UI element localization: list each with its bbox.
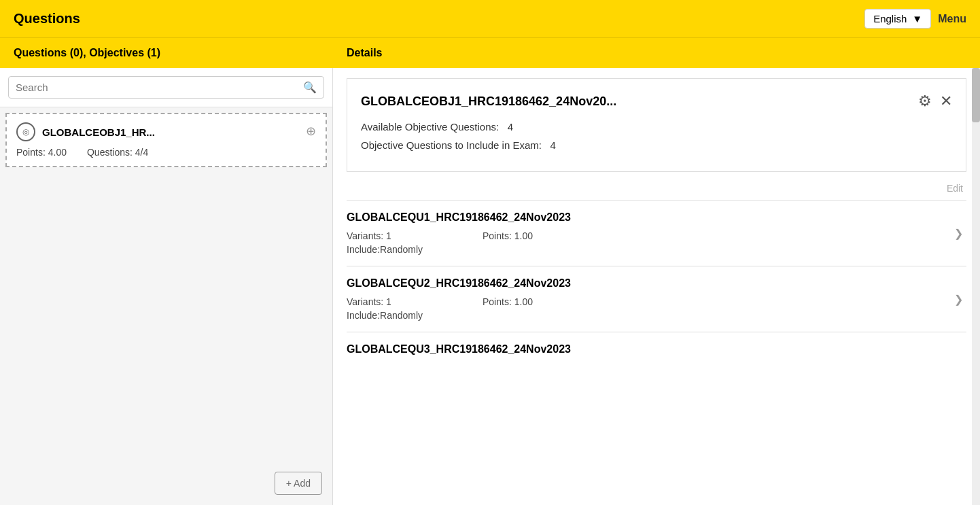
edit-button[interactable]: Edit <box>947 183 963 194</box>
chevron-right-icon-2[interactable]: ❯ <box>954 293 963 306</box>
available-objective-questions: Available Objective Questions: 4 <box>361 121 952 133</box>
question-include-2: Include: Randomly <box>347 310 966 321</box>
close-icon[interactable]: ✕ <box>940 92 952 110</box>
edit-link: Edit <box>347 182 966 194</box>
scrollbar-thumb <box>972 68 980 122</box>
chevron-down-icon: ▼ <box>912 13 922 24</box>
app-header: Questions English ▼ Menu <box>0 0 980 37</box>
search-input-wrapper: 🔍 <box>8 76 324 99</box>
search-input[interactable] <box>16 82 303 93</box>
points-col-2: Points: 1.00 <box>483 296 618 307</box>
drag-handle-icon[interactable]: ⊕ <box>306 124 316 139</box>
detail-card: GLOBALCEOBJ1_HRC19186462_24Nov20... ⚙ ✕ … <box>347 78 966 172</box>
question-item-2: GLOBALCEQU2_HRC19186462_24Nov2023 Varian… <box>347 266 966 332</box>
question-meta-2: Variants: 1 Points: 1.00 <box>347 296 966 307</box>
question-item-1: GLOBALCEQU1_HRC19186462_24Nov2023 Varian… <box>347 200 966 266</box>
questions-label: Questions: 4/4 <box>87 147 148 158</box>
question-title-3: GLOBALCEQU3_HRC19186462_24Nov2023 <box>347 343 966 355</box>
gear-icon[interactable]: ⚙ <box>918 92 932 110</box>
questions-section: Edit GLOBALCEQU1_HRC19186462_24Nov2023 V… <box>347 182 966 373</box>
detail-card-header: GLOBALCEOBJ1_HRC19186462_24Nov20... ⚙ ✕ <box>361 92 952 110</box>
points-col-1: Points: 1.00 <box>483 230 618 241</box>
language-label: English <box>873 13 907 24</box>
chevron-right-icon-1[interactable]: ❯ <box>954 227 963 240</box>
list-item-meta: Points: 4.00 Questions: 4/4 <box>16 147 316 158</box>
scrollbar[interactable] <box>972 68 980 505</box>
question-title-1: GLOBALCEQU1_HRC19186462_24Nov2023 <box>347 211 966 224</box>
sub-header-left-label: Questions (0), Objectives (1) <box>0 47 333 59</box>
question-meta-1: Variants: 1 Points: 1.00 <box>347 230 966 241</box>
left-panel: 🔍 ◎ GLOBALCEOBJ1_HR... ⊕ Points: 4.00 Qu… <box>0 68 333 505</box>
objective-icon: ◎ <box>16 122 35 141</box>
right-panel: GLOBALCEOBJ1_HRC19186462_24Nov20... ⚙ ✕ … <box>333 68 980 505</box>
question-include-1: Include: Randomly <box>347 244 966 255</box>
sub-header-right-label: Details <box>333 47 980 59</box>
list-item-header: ◎ GLOBALCEOBJ1_HR... <box>16 122 316 141</box>
variants-col-1: Variants: 1 <box>347 230 483 241</box>
menu-button[interactable]: Menu <box>938 13 966 25</box>
search-icon: 🔍 <box>303 81 317 94</box>
list-item-title: GLOBALCEOBJ1_HR... <box>42 126 155 138</box>
sub-header: Questions (0), Objectives (1) Details <box>0 37 980 68</box>
list-item[interactable]: ◎ GLOBALCEOBJ1_HR... ⊕ Points: 4.00 Ques… <box>5 113 327 167</box>
main-content: 🔍 ◎ GLOBALCEOBJ1_HR... ⊕ Points: 4.00 Qu… <box>0 68 980 505</box>
points-label: Points: 4.00 <box>16 147 67 158</box>
app-title: Questions <box>14 11 80 27</box>
detail-card-actions: ⚙ ✕ <box>918 92 952 110</box>
question-title-2: GLOBALCEQU2_HRC19186462_24Nov2023 <box>347 277 966 290</box>
detail-card-title: GLOBALCEOBJ1_HRC19186462_24Nov20... <box>361 94 616 109</box>
search-container: 🔍 <box>0 68 332 107</box>
question-item-3: GLOBALCEQU3_HRC19186462_24Nov2023 <box>347 332 966 373</box>
language-selector[interactable]: English ▼ <box>864 9 931 29</box>
objective-questions-to-include: Objective Questions to Include in Exam: … <box>361 139 952 151</box>
variants-col-2: Variants: 1 <box>347 296 483 307</box>
add-button[interactable]: + Add <box>275 472 322 495</box>
header-right: English ▼ Menu <box>864 9 966 29</box>
